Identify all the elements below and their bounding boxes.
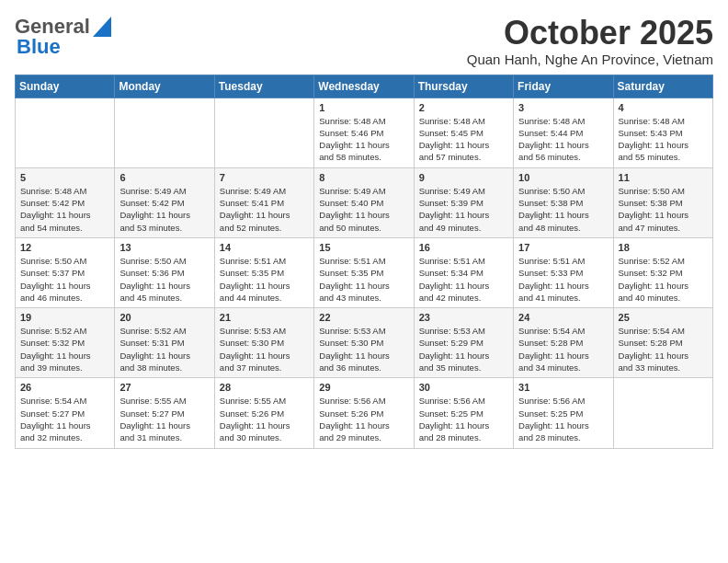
calendar-cell: 1Sunrise: 5:48 AMSunset: 5:46 PMDaylight… [314, 98, 414, 167]
day-number: 26 [20, 382, 109, 393]
calendar-cell: 4Sunrise: 5:48 AMSunset: 5:43 PMDaylight… [613, 98, 712, 167]
day-number: 21 [220, 312, 309, 323]
logo-blue: Blue [17, 35, 61, 58]
calendar-cell: 12Sunrise: 5:50 AMSunset: 5:37 PMDayligh… [16, 237, 115, 307]
day-number: 1 [319, 102, 408, 113]
day-number: 2 [419, 102, 508, 113]
day-number: 7 [220, 172, 309, 183]
day-number: 15 [319, 242, 408, 253]
day-number: 17 [518, 242, 608, 253]
day-info: Sunrise: 5:50 AMSunset: 5:38 PMDaylight:… [619, 185, 708, 234]
page-header: General Blue October 2025 Quan Hanh, Ngh… [15, 15, 713, 67]
calendar-week-row: 26Sunrise: 5:54 AMSunset: 5:27 PMDayligh… [16, 378, 713, 448]
day-info: Sunrise: 5:56 AMSunset: 5:26 PMDaylight:… [319, 395, 408, 443]
calendar-cell: 31Sunrise: 5:56 AMSunset: 5:25 PMDayligh… [514, 378, 613, 448]
day-number: 30 [419, 382, 508, 393]
day-info: Sunrise: 5:49 AMSunset: 5:41 PMDaylight:… [220, 185, 309, 234]
calendar-cell: 15Sunrise: 5:51 AMSunset: 5:35 PMDayligh… [314, 237, 414, 307]
svg-marker-0 [93, 17, 111, 37]
day-info: Sunrise: 5:56 AMSunset: 5:25 PMDaylight:… [518, 395, 608, 443]
day-info: Sunrise: 5:49 AMSunset: 5:40 PMDaylight:… [319, 185, 408, 234]
calendar-cell: 26Sunrise: 5:54 AMSunset: 5:27 PMDayligh… [16, 378, 115, 448]
calendar-week-row: 12Sunrise: 5:50 AMSunset: 5:37 PMDayligh… [16, 237, 713, 307]
day-info: Sunrise: 5:50 AMSunset: 5:36 PMDaylight:… [119, 255, 209, 304]
day-number: 31 [518, 382, 608, 393]
calendar-header-tuesday: Tuesday [214, 75, 313, 98]
day-number: 4 [619, 102, 708, 113]
day-info: Sunrise: 5:48 AMSunset: 5:42 PMDaylight:… [20, 185, 109, 234]
day-info: Sunrise: 5:49 AMSunset: 5:39 PMDaylight:… [419, 185, 508, 234]
calendar-cell: 19Sunrise: 5:52 AMSunset: 5:32 PMDayligh… [16, 308, 115, 378]
calendar-cell: 24Sunrise: 5:54 AMSunset: 5:28 PMDayligh… [514, 308, 613, 378]
day-info: Sunrise: 5:51 AMSunset: 5:33 PMDaylight:… [518, 255, 608, 304]
calendar-cell: 10Sunrise: 5:50 AMSunset: 5:38 PMDayligh… [514, 167, 613, 237]
day-info: Sunrise: 5:48 AMSunset: 5:45 PMDaylight:… [419, 115, 508, 164]
calendar-cell: 7Sunrise: 5:49 AMSunset: 5:41 PMDaylight… [214, 167, 313, 237]
calendar-cell: 5Sunrise: 5:48 AMSunset: 5:42 PMDaylight… [16, 167, 115, 237]
calendar-cell: 27Sunrise: 5:55 AMSunset: 5:27 PMDayligh… [115, 378, 214, 448]
calendar-cell: 23Sunrise: 5:53 AMSunset: 5:29 PMDayligh… [414, 308, 513, 378]
day-info: Sunrise: 5:53 AMSunset: 5:29 PMDaylight:… [419, 325, 508, 373]
logo: General Blue [15, 15, 111, 59]
calendar-cell [613, 378, 712, 448]
day-number: 24 [518, 312, 608, 323]
day-info: Sunrise: 5:53 AMSunset: 5:30 PMDaylight:… [319, 325, 408, 373]
calendar-week-row: 19Sunrise: 5:52 AMSunset: 5:32 PMDayligh… [16, 308, 713, 378]
day-number: 29 [319, 382, 408, 393]
calendar-cell: 3Sunrise: 5:48 AMSunset: 5:44 PMDaylight… [514, 98, 613, 167]
day-number: 5 [20, 172, 109, 183]
calendar-cell: 16Sunrise: 5:51 AMSunset: 5:34 PMDayligh… [414, 237, 513, 307]
title-block: October 2025 Quan Hanh, Nghe An Province… [467, 15, 713, 67]
calendar-cell: 8Sunrise: 5:49 AMSunset: 5:40 PMDaylight… [314, 167, 414, 237]
day-number: 16 [419, 242, 508, 253]
day-info: Sunrise: 5:55 AMSunset: 5:26 PMDaylight:… [220, 395, 309, 443]
day-number: 6 [119, 172, 209, 183]
calendar-cell: 21Sunrise: 5:53 AMSunset: 5:30 PMDayligh… [214, 308, 313, 378]
day-number: 14 [220, 242, 309, 253]
calendar-header-monday: Monday [115, 75, 214, 98]
day-number: 28 [220, 382, 309, 393]
day-number: 13 [119, 242, 209, 253]
day-info: Sunrise: 5:51 AMSunset: 5:34 PMDaylight:… [419, 255, 508, 304]
day-number: 10 [518, 172, 608, 183]
day-info: Sunrise: 5:55 AMSunset: 5:27 PMDaylight:… [119, 395, 209, 443]
calendar-cell: 18Sunrise: 5:52 AMSunset: 5:32 PMDayligh… [613, 237, 712, 307]
day-info: Sunrise: 5:51 AMSunset: 5:35 PMDaylight:… [319, 255, 408, 304]
day-info: Sunrise: 5:51 AMSunset: 5:35 PMDaylight:… [220, 255, 309, 304]
calendar-cell: 30Sunrise: 5:56 AMSunset: 5:25 PMDayligh… [414, 378, 513, 448]
day-number: 19 [20, 312, 109, 323]
calendar-cell [16, 98, 115, 167]
calendar-cell: 22Sunrise: 5:53 AMSunset: 5:30 PMDayligh… [314, 308, 414, 378]
day-number: 9 [419, 172, 508, 183]
day-info: Sunrise: 5:53 AMSunset: 5:30 PMDaylight:… [220, 325, 309, 373]
day-number: 18 [619, 242, 708, 253]
calendar-cell [214, 98, 313, 167]
calendar-header-wednesday: Wednesday [314, 75, 414, 98]
day-info: Sunrise: 5:50 AMSunset: 5:37 PMDaylight:… [20, 255, 109, 304]
calendar-cell: 13Sunrise: 5:50 AMSunset: 5:36 PMDayligh… [115, 237, 214, 307]
day-info: Sunrise: 5:54 AMSunset: 5:28 PMDaylight:… [518, 325, 608, 373]
day-number: 27 [119, 382, 209, 393]
calendar-cell [115, 98, 214, 167]
day-number: 25 [619, 312, 708, 323]
logo-triangle-icon [93, 17, 111, 37]
calendar-week-row: 1Sunrise: 5:48 AMSunset: 5:46 PMDaylight… [16, 98, 713, 167]
calendar-cell: 14Sunrise: 5:51 AMSunset: 5:35 PMDayligh… [214, 237, 313, 307]
calendar-cell: 28Sunrise: 5:55 AMSunset: 5:26 PMDayligh… [214, 378, 313, 448]
day-info: Sunrise: 5:52 AMSunset: 5:32 PMDaylight:… [619, 255, 708, 304]
calendar-cell: 9Sunrise: 5:49 AMSunset: 5:39 PMDaylight… [414, 167, 513, 237]
day-number: 11 [619, 172, 708, 183]
calendar-header-row: SundayMondayTuesdayWednesdayThursdayFrid… [16, 75, 713, 98]
calendar-cell: 29Sunrise: 5:56 AMSunset: 5:26 PMDayligh… [314, 378, 414, 448]
location-subtitle: Quan Hanh, Nghe An Province, Vietnam [467, 52, 713, 67]
day-number: 23 [419, 312, 508, 323]
calendar-cell: 2Sunrise: 5:48 AMSunset: 5:45 PMDaylight… [414, 98, 513, 167]
calendar-cell: 20Sunrise: 5:52 AMSunset: 5:31 PMDayligh… [115, 308, 214, 378]
day-info: Sunrise: 5:56 AMSunset: 5:25 PMDaylight:… [419, 395, 508, 443]
day-info: Sunrise: 5:54 AMSunset: 5:27 PMDaylight:… [20, 395, 109, 443]
calendar-cell: 17Sunrise: 5:51 AMSunset: 5:33 PMDayligh… [514, 237, 613, 307]
calendar-header-saturday: Saturday [613, 75, 712, 98]
day-info: Sunrise: 5:48 AMSunset: 5:44 PMDaylight:… [518, 115, 608, 164]
day-info: Sunrise: 5:48 AMSunset: 5:43 PMDaylight:… [619, 115, 708, 164]
day-number: 12 [20, 242, 109, 253]
